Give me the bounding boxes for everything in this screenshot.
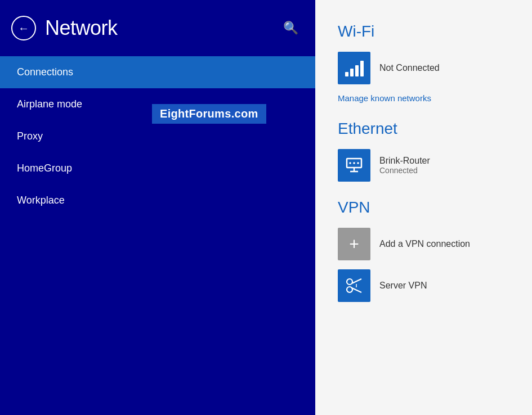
svg-point-5 (357, 162, 359, 164)
page-title: Network (45, 16, 118, 40)
svg-point-4 (353, 162, 355, 164)
sidebar-item-workplace[interactable]: Workplace (0, 184, 315, 216)
sidebar-item-homegroup[interactable]: HomeGroup (0, 152, 315, 184)
add-vpn-text: Add a VPN connection (379, 239, 470, 249)
wifi-icon (338, 52, 370, 84)
scissors-icon-svg (345, 276, 364, 295)
plus-icon: + (349, 234, 359, 254)
add-vpn-label: Add a VPN connection (379, 239, 470, 249)
search-icon[interactable]: 🔍 (283, 21, 298, 35)
server-vpn-text: Server VPN (379, 281, 427, 291)
ethernet-connection-item[interactable]: Brink-Router Connected (338, 149, 509, 182)
right-panel: Wi-Fi Not Connected Manage known network… (315, 0, 532, 415)
sidebar-item-connections[interactable]: Connections (0, 56, 315, 88)
wifi-name: Not Connected (379, 63, 440, 73)
back-arrow-icon: ← (18, 22, 29, 34)
ethernet-section-title: Ethernet (338, 120, 509, 138)
ethernet-icon (338, 149, 370, 182)
watermark: EightForums.com (152, 104, 266, 124)
manage-known-networks-link[interactable]: Manage known networks (338, 93, 509, 103)
wifi-connection-text: Not Connected (379, 63, 440, 73)
server-vpn-icon (338, 269, 370, 302)
header: ← Network 🔍 (0, 0, 315, 56)
wifi-connection-item[interactable]: Not Connected (338, 52, 509, 84)
svg-line-8 (352, 279, 361, 283)
ethernet-icon-svg (345, 156, 364, 175)
svg-point-7 (347, 287, 352, 292)
ethernet-section: Ethernet Brink-Router Connected (338, 120, 509, 182)
back-button[interactable]: ← (11, 16, 36, 40)
add-vpn-item[interactable]: + Add a VPN connection (338, 228, 509, 260)
wifi-bars-icon (345, 60, 364, 76)
header-left: ← Network (11, 16, 118, 40)
vpn-section: VPN + Add a VPN connection S (338, 199, 509, 302)
nav-menu: Connections Airplane mode Proxy HomeGrou… (0, 56, 315, 216)
ethernet-status: Connected (379, 166, 430, 175)
ethernet-name: Brink-Router (379, 156, 430, 166)
svg-point-3 (349, 162, 351, 164)
sidebar-item-proxy[interactable]: Proxy (0, 120, 315, 152)
wifi-section-title: Wi-Fi (338, 22, 509, 40)
left-panel: ← Network 🔍 Connections Airplane mode Pr… (0, 0, 315, 415)
wifi-section: Wi-Fi Not Connected Manage known network… (338, 22, 509, 103)
server-vpn-label: Server VPN (379, 281, 427, 291)
add-vpn-icon: + (338, 228, 370, 260)
svg-line-9 (352, 288, 361, 292)
ethernet-connection-text: Brink-Router Connected (379, 156, 430, 175)
server-vpn-item[interactable]: Server VPN (338, 269, 509, 302)
svg-point-6 (347, 279, 352, 285)
vpn-section-title: VPN (338, 199, 509, 216)
